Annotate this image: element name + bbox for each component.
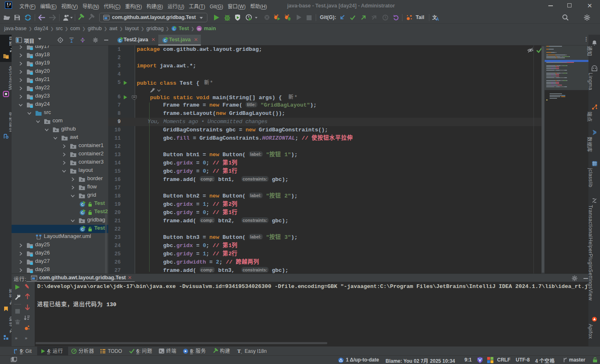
svg-text:A: A	[436, 17, 439, 21]
svg-text:m: m	[198, 27, 201, 31]
